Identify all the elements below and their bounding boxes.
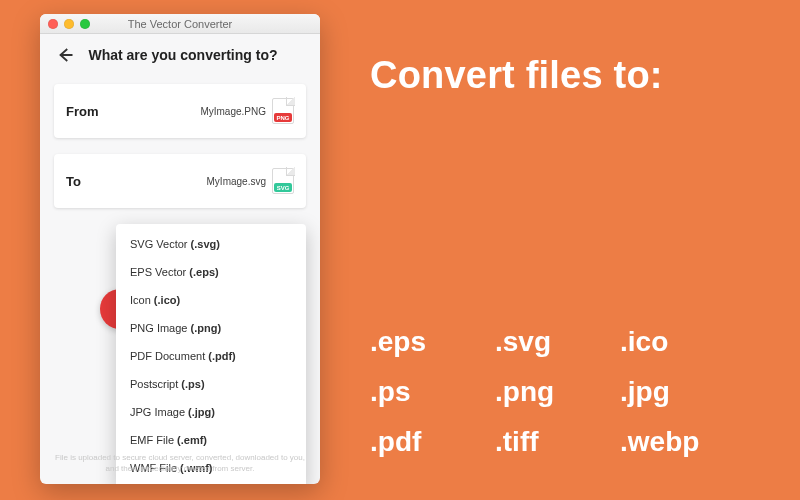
dropdown-item-ext: (.png)	[191, 322, 222, 334]
to-card[interactable]: To MyImage.svg SVG	[54, 154, 306, 208]
svg-badge: SVG	[274, 183, 292, 192]
extension-label: .pdf	[370, 426, 495, 458]
dropdown-item[interactable]: SVG Vector (.svg)	[116, 230, 306, 258]
footnote: File is uploaded to secure cloud server,…	[54, 453, 306, 474]
extension-label: .tiff	[495, 426, 620, 458]
format-dropdown: SVG Vector (.svg)EPS Vector (.eps)Icon (…	[116, 224, 306, 484]
file-icon: SVG	[272, 168, 294, 194]
dropdown-item-name: Postscript	[130, 378, 178, 390]
dropdown-item-name: SVG Vector	[130, 238, 187, 250]
dropdown-item-ext: (.ps)	[181, 378, 204, 390]
app-window: The Vector Converter What are you conver…	[40, 14, 320, 484]
dropdown-item-ext: (.eps)	[189, 266, 218, 278]
app-body: What are you converting to? From MyImage…	[40, 34, 320, 484]
dropdown-item[interactable]: PNG Image (.png)	[116, 314, 306, 342]
header-row: What are you converting to?	[54, 44, 306, 66]
dropdown-item-name: EMF File	[130, 434, 174, 446]
dropdown-item[interactable]: Postscript (.ps)	[116, 370, 306, 398]
dropdown-item[interactable]: JPG Image (.jpg)	[116, 398, 306, 426]
dropdown-item-name: PNG Image	[130, 322, 187, 334]
dropdown-item-name: EPS Vector	[130, 266, 186, 278]
dropdown-item-ext: (.jpg)	[188, 406, 215, 418]
to-label: To	[66, 174, 81, 189]
extension-label: .ico	[620, 326, 745, 358]
extension-label: .eps	[370, 326, 495, 358]
hero-title: Convert files to:	[370, 54, 663, 97]
extension-label: .webp	[620, 426, 745, 458]
dropdown-item-ext: (.pdf)	[208, 350, 235, 362]
from-filename: MyImage.PNG	[200, 106, 266, 117]
from-card[interactable]: From MyImage.PNG PNG	[54, 84, 306, 138]
extensions-grid: .eps.svg.ico.ps.png.jpg.pdf.tiff.webp	[370, 326, 745, 458]
dropdown-item-name: Icon	[130, 294, 151, 306]
page-title: What are you converting to?	[60, 47, 306, 63]
dropdown-item-ext: (.ico)	[154, 294, 180, 306]
dropdown-item-name: JPG Image	[130, 406, 185, 418]
png-badge: PNG	[274, 113, 292, 122]
dropdown-item[interactable]: EMF File (.emf)	[116, 426, 306, 454]
extension-label: .jpg	[620, 376, 745, 408]
dropdown-item-ext: (.emf)	[177, 434, 207, 446]
file-icon: PNG	[272, 98, 294, 124]
titlebar: The Vector Converter	[40, 14, 320, 34]
dropdown-item[interactable]: PDF Document (.pdf)	[116, 342, 306, 370]
dropdown-item[interactable]: EPS Vector (.eps)	[116, 258, 306, 286]
extension-label: .png	[495, 376, 620, 408]
dropdown-item-name: PDF Document	[130, 350, 205, 362]
from-label: From	[66, 104, 99, 119]
window-title: The Vector Converter	[40, 18, 320, 30]
extension-label: .svg	[495, 326, 620, 358]
extension-label: .ps	[370, 376, 495, 408]
to-filename: MyImage.svg	[207, 176, 266, 187]
dropdown-item[interactable]: Icon (.ico)	[116, 286, 306, 314]
dropdown-item-ext: (.svg)	[191, 238, 220, 250]
